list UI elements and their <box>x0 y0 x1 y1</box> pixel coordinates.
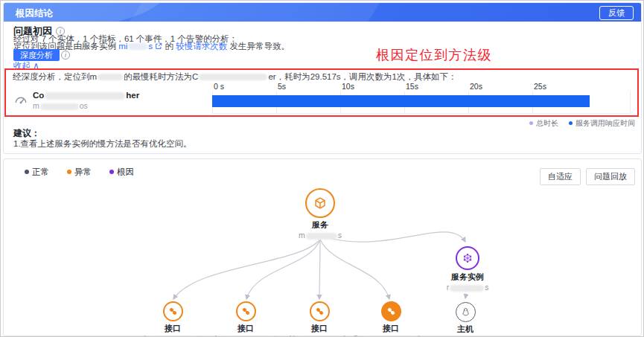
method-instance-name: mos <box>33 101 88 110</box>
node-type-label: 服务实例 <box>415 272 520 283</box>
redacted-text <box>40 103 79 110</box>
service-instance-icon <box>461 251 474 265</box>
instance-link[interactable]: mis <box>118 42 153 51</box>
legend-dot <box>109 170 114 174</box>
problem-replay-button[interactable]: 问题回放 <box>586 168 635 185</box>
gridline <box>630 92 631 113</box>
metric-link[interactable]: 较慢请求次数 <box>176 42 227 51</box>
host-linux-icon <box>460 306 471 318</box>
node-type-label: 服务 <box>268 219 372 231</box>
deep-analysis-summary: 经深度分析，定位到m的最慢耗时方法为Cer，耗时为29.517s，调用次数为1次… <box>13 71 456 83</box>
axis-tick: 20s <box>470 82 482 91</box>
locate-suffix: 发生异常导致。 <box>227 42 290 51</box>
topology-panel: 正常 异常 根因 自适应 问题回放 <box>3 158 642 336</box>
legend-item-normal: 正常 <box>25 167 49 178</box>
suggestion-item: 1.查看上述服务实例的慢方法是否有优化空间。 <box>13 138 192 150</box>
redacted-text <box>450 285 484 292</box>
root-cause-page: 根因结论 反馈 问题初因 i 经过对 7 个实体，1 个指标，61 个事件，1 … <box>0 0 644 337</box>
chart-legend: 总时长 服务调用响应时间 <box>529 118 635 129</box>
axis-tick: 10s <box>342 82 354 91</box>
legend-dot <box>569 121 573 125</box>
duration-chart: 0 s 5s 10s 15s 20s 25s <box>212 82 631 115</box>
service-icon <box>312 195 328 211</box>
redacted-text <box>45 92 125 100</box>
interface-icon <box>386 306 397 317</box>
axis-tick: 0 s <box>214 82 224 91</box>
locate-mid: 的 <box>165 42 176 51</box>
node-service[interactable]: 服务 ms <box>268 188 372 240</box>
legend-item-rootcause: 根因 <box>109 167 134 178</box>
legend-item-total: 总时长 <box>529 118 558 129</box>
axis-tick: 15s <box>406 82 418 91</box>
axis-baseline <box>212 113 631 114</box>
legend-dot <box>529 121 533 125</box>
node-type-label: 主机 <box>413 324 517 335</box>
external-link-icon[interactable] <box>155 42 162 50</box>
axis-tick: 25s <box>534 82 546 91</box>
interface-icon <box>314 306 325 317</box>
feedback-button[interactable]: 反馈 <box>599 6 634 20</box>
redacted-text <box>128 43 147 50</box>
legend-dot <box>67 170 71 174</box>
duration-bar <box>212 95 590 107</box>
panel-header: 根因结论 反馈 <box>4 3 641 22</box>
legend-item-abnormal: 异常 <box>67 167 92 178</box>
redacted-text <box>199 74 267 80</box>
legend-dot <box>25 170 29 174</box>
axis-tick: 5s <box>278 82 286 91</box>
info-icon[interactable]: i <box>61 51 70 60</box>
node-service-instance[interactable]: 服务实例 rs <box>415 246 520 292</box>
method-icon <box>13 93 28 108</box>
deep-analysis-button[interactable]: 深度分析 <box>13 49 60 61</box>
auto-fit-button[interactable]: 自适应 <box>540 168 581 185</box>
legend-item-response: 服务调用响应时间 <box>569 118 635 129</box>
method-name: Coher <box>33 91 139 100</box>
panel-title: 根因结论 <box>16 7 53 20</box>
node-name: ms <box>268 231 372 240</box>
node-host[interactable]: 主机 st23 <box>413 302 517 337</box>
node-name: rs <box>415 283 520 292</box>
red-annotation: 根因定位到方法级 <box>376 46 492 64</box>
interface-icon <box>168 306 179 317</box>
deep-analysis-highlight-box: 经深度分析，定位到m的最慢耗时方法为Cer，耗时为29.517s，调用次数为1次… <box>4 68 639 117</box>
topology-legend: 正常 异常 根因 <box>25 167 134 178</box>
interface-icon <box>240 306 252 317</box>
conclusion-panel: 根因结论 反馈 问题初因 i 经过对 7 个实体，1 个指标，61 个事件，1 … <box>3 2 642 154</box>
redacted-text <box>306 233 337 240</box>
redacted-text <box>98 74 123 80</box>
